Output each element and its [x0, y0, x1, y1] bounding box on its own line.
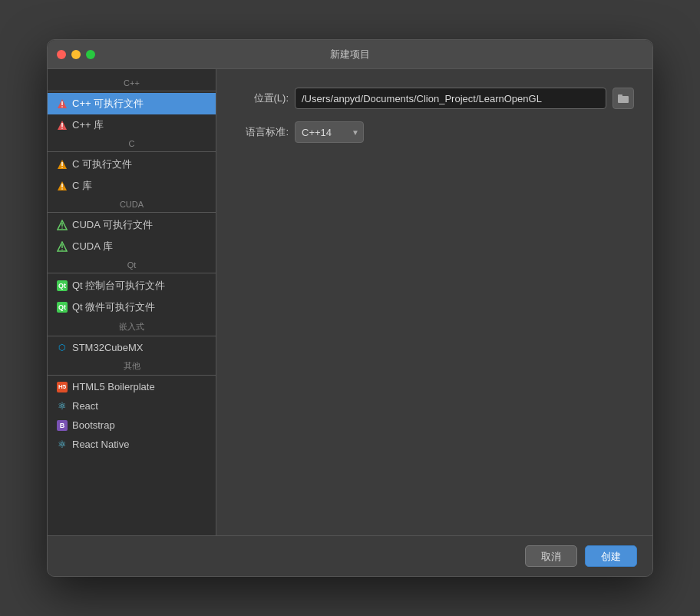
folder-icon — [618, 94, 629, 103]
footer: 取消 创建 — [48, 535, 652, 576]
sidebar-item-react[interactable]: ⚛ React — [48, 396, 216, 416]
location-input[interactable] — [295, 88, 606, 109]
sidebar: C++ C++ 可执行文件 C++ 库 C — [48, 69, 216, 535]
location-row: 位置(L): — [235, 88, 634, 109]
svg-point-17 — [61, 249, 63, 250]
lang-row: 语言标准: C++14 C++11 C++17 C++20 ▼ — [235, 121, 634, 143]
lang-select[interactable]: C++14 C++11 C++17 C++20 — [295, 121, 364, 143]
sidebar-item-qt-widget[interactable]: Qt Qt 微件可执行文件 — [48, 296, 216, 318]
cuda-icon — [57, 220, 68, 230]
svg-point-8 — [61, 167, 63, 168]
svg-rect-19 — [618, 94, 622, 97]
traffic-lights — [57, 50, 95, 59]
react-native-icon: ⚛ — [57, 439, 68, 450]
folder-button[interactable] — [612, 88, 634, 109]
sidebar-item-cpp-exe[interactable]: C++ 可执行文件 — [48, 93, 216, 114]
section-label-cpp: C++ — [48, 75, 216, 89]
sidebar-item-label: CUDA 可执行文件 — [72, 218, 153, 232]
lang-label: 语言标准: — [235, 125, 289, 139]
triangle-orange-icon-2 — [57, 180, 68, 191]
maximize-button[interactable] — [86, 50, 95, 59]
sidebar-item-cpp-lib[interactable]: C++ 库 — [48, 114, 216, 136]
sidebar-item-label: C++ 库 — [72, 118, 104, 132]
stm32-icon: ⬡ — [57, 343, 68, 353]
cuda-icon-2 — [57, 241, 68, 252]
section-label-c: C — [48, 136, 216, 150]
sidebar-item-label: C++ 可执行文件 — [72, 97, 144, 111]
svg-point-5 — [61, 128, 63, 129]
minimize-button[interactable] — [71, 50, 81, 59]
html5-icon: H5 — [57, 382, 68, 392]
sidebar-item-react-native[interactable]: ⚛ React Native — [48, 435, 216, 454]
sidebar-item-label: React — [72, 400, 98, 412]
qt-icon-2: Qt — [57, 302, 68, 313]
sidebar-item-cuda-lib[interactable]: CUDA 库 — [48, 236, 216, 257]
triangle-orange-icon — [57, 159, 68, 170]
content-area: C++ C++ 可执行文件 C++ 库 C — [48, 69, 652, 535]
svg-point-11 — [61, 188, 63, 190]
qt-icon: Qt — [57, 280, 68, 291]
lang-select-wrap: C++14 C++11 C++17 C++20 ▼ — [295, 121, 364, 143]
sidebar-item-qt-console[interactable]: Qt Qt 控制台可执行文件 — [48, 275, 216, 296]
sidebar-item-c-exe[interactable]: C 可执行文件 — [48, 154, 216, 175]
svg-point-14 — [61, 227, 63, 229]
sidebar-item-label: C 可执行文件 — [72, 157, 132, 171]
section-label-cuda: CUDA — [48, 197, 216, 210]
sidebar-item-label: STM32CubeMX — [72, 342, 143, 353]
sidebar-item-html5[interactable]: H5 HTML5 Boilerplate — [48, 377, 216, 396]
sidebar-item-label: Bootstrap — [72, 419, 115, 431]
svg-point-2 — [61, 106, 63, 108]
sidebar-item-label: React Native — [72, 439, 129, 450]
section-label-qt: Qt — [48, 257, 216, 271]
sidebar-item-label: HTML5 Boilerplate — [72, 381, 155, 392]
svg-rect-18 — [618, 96, 629, 103]
section-label-embedded: 嵌入式 — [48, 318, 216, 334]
main-panel: 位置(L): 语言标准: C++14 C++11 C++17 C++2 — [216, 69, 652, 535]
close-button[interactable] — [57, 50, 66, 59]
cancel-button[interactable]: 取消 — [525, 545, 577, 567]
create-button[interactable]: 创建 — [585, 545, 637, 567]
section-label-other: 其他 — [48, 357, 216, 373]
sidebar-item-stm32[interactable]: ⬡ STM32CubeMX — [48, 338, 216, 357]
sidebar-item-label: C 库 — [72, 179, 92, 193]
triangle-red-icon-2 — [57, 120, 68, 131]
sidebar-item-label: Qt 微件可执行文件 — [72, 300, 155, 314]
bootstrap-icon: B — [57, 420, 68, 431]
titlebar: 新建项目 — [48, 40, 652, 69]
main-window: 新建项目 C++ C++ 可执行文件 C++ — [47, 39, 653, 577]
react-icon: ⚛ — [57, 401, 68, 412]
window-title: 新建项目 — [330, 48, 370, 61]
sidebar-item-c-lib[interactable]: C 库 — [48, 175, 216, 197]
triangle-red-icon — [57, 98, 68, 109]
location-label: 位置(L): — [235, 91, 289, 105]
sidebar-item-label: CUDA 库 — [72, 240, 113, 253]
sidebar-item-label: Qt 控制台可执行文件 — [72, 279, 165, 293]
sidebar-item-bootstrap[interactable]: B Bootstrap — [48, 416, 216, 435]
sidebar-item-cuda-exe[interactable]: CUDA 可执行文件 — [48, 214, 216, 236]
